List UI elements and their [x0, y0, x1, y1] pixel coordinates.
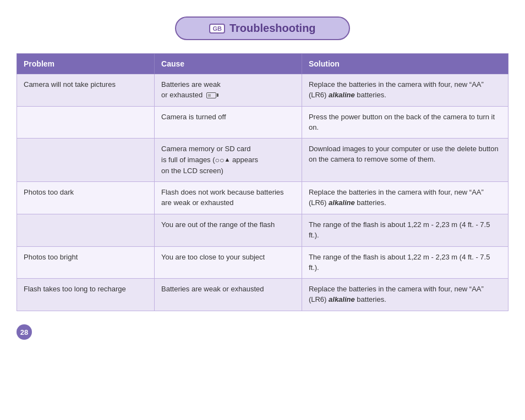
table-row: Camera is turned offPress the power butt…	[17, 106, 508, 139]
col-header-problem: Problem	[17, 54, 155, 74]
cell-cause: Camera is turned off	[155, 106, 302, 139]
troubleshooting-table: Problem Cause Solution Camera will not t…	[17, 53, 508, 311]
table-row: Photos too brightYou are too close to yo…	[17, 246, 508, 279]
table-row: Camera will not take picturesBatteries a…	[17, 74, 508, 107]
cell-solution: Replace the batteries in the camera with…	[302, 74, 508, 107]
cell-problem	[17, 139, 155, 182]
cell-cause: Batteries are weak or exhausted	[155, 74, 302, 107]
table-row: Camera memory or SD cardis full of image…	[17, 139, 508, 182]
cell-cause: Camera memory or SD cardis full of image…	[155, 139, 302, 182]
cell-cause: You are too close to your subject	[155, 246, 302, 279]
cell-problem	[17, 106, 155, 139]
header-container: GB Troubleshooting	[17, 16, 508, 40]
table-row: You are out of the range of the flashThe…	[17, 214, 508, 247]
table-row: Photos too darkFlash does not work becau…	[17, 182, 508, 214]
cell-solution: Press the power button on the back of th…	[302, 106, 508, 139]
page-title: Troubleshooting	[229, 22, 316, 35]
cell-problem: Camera will not take pictures	[17, 74, 155, 107]
col-header-solution: Solution	[302, 54, 508, 74]
table-row: Flash takes too long to rechargeBatterie…	[17, 279, 508, 311]
cell-cause: You are out of the range of the flash	[155, 214, 302, 247]
page-number-container: 28	[17, 324, 508, 340]
col-header-cause: Cause	[155, 54, 302, 74]
gb-badge: GB	[209, 24, 225, 34]
page-number-badge: 28	[17, 324, 32, 340]
cell-cause: Batteries are weak or exhausted	[155, 279, 302, 311]
header-box: GB Troubleshooting	[175, 16, 349, 40]
cell-problem: Photos too dark	[17, 182, 155, 214]
cell-problem: Photos too bright	[17, 246, 155, 279]
cell-cause: Flash does not work because batteries ar…	[155, 182, 302, 214]
cell-problem: Flash takes too long to recharge	[17, 279, 155, 311]
battery-icon	[206, 92, 216, 98]
cell-solution: The range of the flash is about 1,22 m -…	[302, 246, 508, 279]
cell-solution: The range of the flash is about 1,22 m -…	[302, 214, 508, 247]
cell-problem	[17, 214, 155, 247]
cell-solution: Replace the batteries in the camera with…	[302, 182, 508, 214]
cell-solution: Download images to your computer or use …	[302, 139, 508, 182]
cell-solution: Replace the batteries in the camera with…	[302, 279, 508, 311]
